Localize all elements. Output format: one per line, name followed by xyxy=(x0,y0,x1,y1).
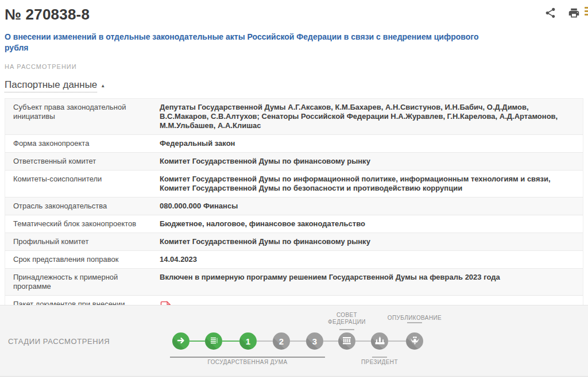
row-value: 14.04.2023 xyxy=(160,251,583,268)
publication-group-line xyxy=(407,322,422,323)
stage-federation-council[interactable] xyxy=(338,332,355,350)
passport-table: Субъект права законодательной инициативы… xyxy=(5,98,583,325)
stage-third-reading[interactable]: 3 xyxy=(306,332,323,350)
bookmarks-icon[interactable] xyxy=(585,7,588,16)
print-button[interactable] xyxy=(568,7,580,19)
row-label: Принадлежность к примерной программе xyxy=(5,269,160,295)
row-value: Депутаты Государственной Думы А.Г.Аксако… xyxy=(160,99,583,134)
bill-title: О внесении изменений в отдельные законод… xyxy=(0,32,494,53)
table-row: Комитеты-соисполнители Комитет Государст… xyxy=(5,171,583,198)
stage-president[interactable] xyxy=(371,332,388,350)
table-row: Отрасль законодательства 080.000.000 Фин… xyxy=(5,198,583,215)
header-actions xyxy=(544,7,580,19)
row-label: Профильный комитет xyxy=(5,233,160,250)
page-header: № 270838-8 xyxy=(0,0,588,24)
sovfed-group-line xyxy=(339,329,354,330)
row-label: Срок представления поправок xyxy=(5,251,160,268)
president-group-line xyxy=(372,357,387,358)
table-row: Ответственный комитет Комитет Государств… xyxy=(5,153,583,171)
table-row: Форма законопроекта Федеральный закон xyxy=(5,135,583,153)
stage-connector xyxy=(323,341,338,342)
row-value: Комитет Государственной Думы по финансов… xyxy=(160,153,583,170)
row-value: Федеральный закон xyxy=(160,135,583,152)
stage-number: 3 xyxy=(312,336,317,346)
table-row: Срок представления поправок 14.04.2023 xyxy=(5,251,583,269)
status-badge: НА РАССМОТРЕНИИ xyxy=(0,63,588,70)
row-label: Тематический блок законопроектов xyxy=(5,215,160,233)
group-label-sovfed: СОВЕТ ФЕДЕРАЦИИ xyxy=(318,312,376,326)
stage-connector xyxy=(222,341,239,342)
row-value: Комитет Государственной Думы по финансов… xyxy=(160,233,583,250)
duma-group-line xyxy=(170,357,325,358)
table-row: Профильный комитет Комитет Государственн… xyxy=(5,233,583,251)
row-label: Отрасль законодательства xyxy=(5,198,160,215)
share-icon xyxy=(544,7,556,19)
row-label: Субъект права законодательной инициативы xyxy=(5,99,160,134)
table-row: Тематический блок законопроектов Бюджетн… xyxy=(5,215,583,233)
passport-section-title: Паспортные данные xyxy=(5,79,97,92)
stage-number: 1 xyxy=(246,336,250,346)
print-icon xyxy=(568,7,580,19)
kremlin-tower-icon xyxy=(375,336,385,346)
stage-connector xyxy=(290,341,306,342)
row-label: Ответственный комитет xyxy=(5,153,160,170)
row-value: Включен в примерную программу решением Г… xyxy=(160,269,583,295)
share-button[interactable] xyxy=(544,7,556,19)
stage-first-reading[interactable]: 1 xyxy=(239,332,257,350)
group-label-president: ПРЕЗИДЕНТ xyxy=(351,359,408,366)
arrow-right-icon xyxy=(176,336,185,347)
stage-number: 2 xyxy=(279,336,284,346)
page-title: № 270838-8 xyxy=(5,6,583,24)
government-building-icon xyxy=(342,336,351,346)
table-row: Принадлежность к примерной программе Вкл… xyxy=(5,269,583,296)
group-label-publication: ОПУБЛИКОВАНИЕ xyxy=(380,315,449,322)
passport-section-toggle[interactable]: Паспортные данные ▲ xyxy=(5,79,105,92)
stage-second-reading[interactable]: 2 xyxy=(273,332,290,350)
row-value: Бюджетное, налоговое, финансовое законод… xyxy=(160,215,583,233)
stage-connector xyxy=(257,341,273,342)
stages-panel: СТАДИИ РАССМОТРЕНИЯ 1 2 3 xyxy=(0,305,588,377)
double-eagle-icon xyxy=(410,336,420,347)
stage-connector xyxy=(189,341,205,342)
row-value: 080.000.000 Финансы xyxy=(160,198,583,215)
document-lines-icon xyxy=(210,336,218,346)
row-label: Комитеты-соисполнители xyxy=(5,171,160,197)
chevron-up-icon: ▲ xyxy=(100,83,105,88)
row-value: Комитет Государственной Думы по информац… xyxy=(160,171,583,197)
stages-title: СТАДИИ РАССМОТРЕНИЯ xyxy=(8,337,110,346)
stage-connector xyxy=(355,341,371,342)
table-row: Субъект права законодательной инициативы… xyxy=(5,99,583,135)
stage-publication[interactable] xyxy=(406,332,423,350)
group-label-duma: ГОСУДАРСТВЕННАЯ ДУМА xyxy=(170,359,325,366)
stage-connector xyxy=(388,341,406,342)
stage-preliminary[interactable] xyxy=(205,332,222,350)
row-label: Форма законопроекта xyxy=(5,135,160,152)
stage-introduced[interactable] xyxy=(172,332,189,350)
